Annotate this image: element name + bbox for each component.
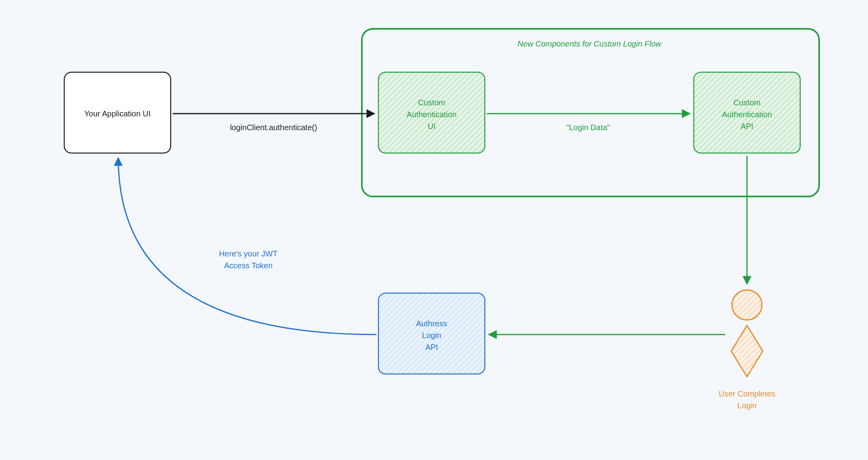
edge-login-data-label: "Login Data" — [566, 123, 610, 132]
node-custom-auth-api: Custom Authentication API — [694, 72, 800, 153]
node-custom-auth-ui: Custom Authentication UI — [378, 72, 485, 153]
edge-jwt-label-2: Access Token — [224, 261, 272, 270]
node-authress-api-label-3: API — [425, 343, 438, 352]
node-custom-auth-ui-label-1: Custom — [418, 98, 445, 107]
edge-jwt-label-1: Here's your JWT — [219, 249, 278, 258]
user-label-2: Login — [738, 401, 757, 410]
node-authress-login-api: Authress Login API — [378, 293, 485, 374]
node-custom-auth-api-label-3: API — [741, 122, 753, 131]
user-label-1: User Completes — [719, 389, 775, 398]
node-custom-auth-api-label-1: Custom — [734, 98, 761, 107]
svg-point-11 — [732, 290, 762, 320]
node-custom-auth-api-label-2: Authentication — [722, 110, 772, 119]
node-application-ui: Your Application UI — [64, 72, 171, 153]
node-authress-api-label-1: Authress — [416, 319, 447, 328]
node-authress-api-label-2: Login — [422, 331, 441, 340]
group-title: New Components for Custom Login Flow — [518, 39, 662, 48]
diagram-canvas: Your Application UI New Components for C… — [0, 0, 868, 460]
edge-authenticate-label: loginClient.authenticate() — [230, 123, 317, 132]
node-application-ui-label: Your Application UI — [84, 109, 151, 118]
node-custom-auth-ui-label-3: UI — [428, 122, 436, 131]
node-custom-auth-ui-label-2: Authentication — [407, 110, 457, 119]
